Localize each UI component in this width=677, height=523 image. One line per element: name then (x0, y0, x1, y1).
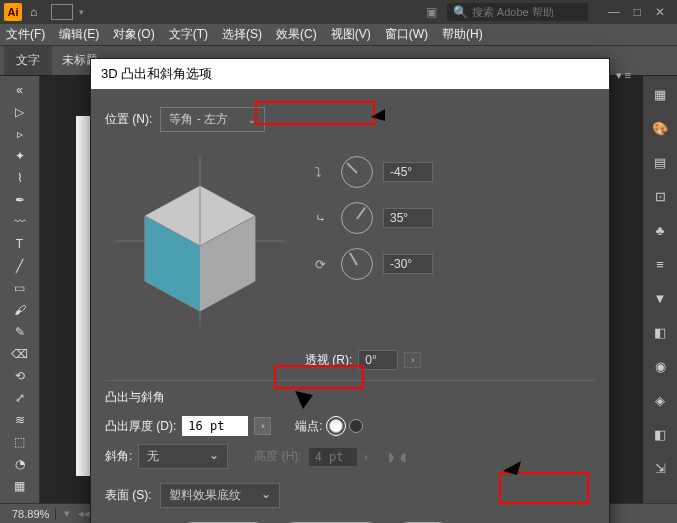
width-tool[interactable]: ≋ (15, 413, 25, 427)
rotate-y-dial[interactable] (341, 202, 373, 234)
appearance-panel-icon[interactable]: ◉ (652, 358, 668, 374)
bevel-extent-out-icon: ◖ (400, 450, 406, 464)
eraser-tool[interactable]: ⌫ (11, 347, 28, 361)
selection-tool[interactable]: ▷ (15, 105, 24, 119)
symbols-panel-icon[interactable]: ♣ (652, 222, 668, 238)
menu-help[interactable]: 帮助(H) (442, 26, 483, 43)
rotate-y-value[interactable]: 35° (383, 208, 433, 228)
direct-selection-tool[interactable]: ▹ (17, 127, 23, 141)
swatches-panel-icon[interactable]: ▤ (652, 154, 668, 170)
menu-type[interactable]: 文字(T) (169, 26, 208, 43)
collapse-icon[interactable]: « (16, 83, 23, 97)
close-button[interactable]: ✕ (655, 5, 665, 19)
extrude-depth-input[interactable]: 16 pt (182, 416, 248, 436)
layers-panel-icon[interactable]: ◧ (652, 426, 668, 442)
cap-on-button[interactable] (329, 419, 343, 433)
rotate-x-value[interactable]: -45° (383, 162, 433, 182)
zoom-dropdown-icon[interactable]: ▾ (56, 507, 78, 520)
workspace-switcher[interactable] (51, 4, 73, 20)
rotate-tool[interactable]: ⟲ (15, 369, 25, 383)
lasso-tool[interactable]: ⌇ (17, 171, 23, 185)
right-panel: ▦ 🎨 ▤ ⊡ ♣ ≡ ▼ ◧ ◉ ◈ ◧ ⇲ (642, 76, 677, 503)
rotation-cube-preview[interactable] (105, 146, 295, 336)
bevel-height-stepper: › (364, 450, 368, 464)
rotate-x-dial[interactable] (341, 156, 373, 188)
extrude-depth-label: 凸出厚度 (D): (105, 418, 176, 435)
search-icon: 🔍 (453, 5, 468, 19)
position-label: 位置 (N): (105, 111, 152, 128)
rotate-x-axis-icon: ⤵ (315, 165, 331, 180)
bevel-height-input: 4 pt (308, 447, 358, 467)
bevel-label: 斜角: (105, 448, 132, 465)
chevron-down-icon[interactable]: ▾ (79, 7, 84, 17)
shape-builder-tool[interactable]: ◔ (15, 457, 25, 471)
scale-tool[interactable]: ⤢ (15, 391, 25, 405)
extrude-section-header: 凸出与斜角 (105, 390, 165, 404)
surface-dropdown[interactable]: 塑料效果底纹 ⌄ (160, 483, 280, 508)
search-input[interactable] (472, 6, 582, 18)
menu-edit[interactable]: 编辑(E) (59, 26, 99, 43)
bevel-extent-in-icon: ◗ (388, 450, 394, 464)
chevron-down-icon: ⌄ (248, 115, 256, 125)
home-icon[interactable]: ⌂ (30, 5, 37, 19)
menu-window[interactable]: 窗口(W) (385, 26, 428, 43)
rotate-z-dial[interactable] (341, 248, 373, 280)
dialog-title: 3D 凸出和斜角选项 (91, 59, 609, 89)
pen-tool[interactable]: ✒ (15, 193, 25, 207)
surface-value: 塑料效果底纹 (169, 487, 241, 504)
menu-bar: 文件(F) 编辑(E) 对象(O) 文字(T) 选择(S) 效果(C) 视图(V… (0, 24, 677, 46)
color-panel-icon[interactable]: 🎨 (652, 120, 668, 136)
menu-select[interactable]: 选择(S) (222, 26, 262, 43)
rotate-z-axis-icon: ⟳ (315, 257, 331, 272)
properties-panel-icon[interactable]: ▦ (652, 86, 668, 102)
graphic-styles-panel-icon[interactable]: ◈ (652, 392, 668, 408)
search-field[interactable]: 🔍 (447, 3, 588, 21)
chevron-down-icon: ⌄ (261, 487, 271, 504)
curvature-tool[interactable]: 〰 (14, 215, 26, 229)
bevel-value: 无 (147, 448, 159, 465)
maximize-button[interactable]: □ (634, 5, 641, 19)
cap-off-button[interactable] (349, 419, 363, 433)
paintbrush-tool[interactable]: 🖌 (14, 303, 26, 317)
cap-label: 端点: (295, 418, 322, 435)
surface-label: 表面 (S): (105, 487, 152, 504)
brushes-panel-icon[interactable]: ⊡ (652, 188, 668, 204)
line-tool[interactable]: ╱ (16, 259, 23, 273)
shaper-tool[interactable]: ✎ (15, 325, 25, 339)
rectangle-tool[interactable]: ▭ (14, 281, 25, 295)
magic-wand-tool[interactable]: ✦ (15, 149, 25, 163)
menu-view[interactable]: 视图(V) (331, 26, 371, 43)
extrude-depth-stepper[interactable]: › (254, 417, 271, 435)
free-transform-tool[interactable]: ⬚ (14, 435, 25, 449)
menu-file[interactable]: 文件(F) (6, 26, 45, 43)
bevel-dropdown[interactable]: 无 ⌄ (138, 444, 228, 469)
perspective-value[interactable]: 0° (358, 350, 398, 370)
menu-effect[interactable]: 效果(C) (276, 26, 317, 43)
perspective-stepper[interactable]: › (404, 352, 421, 368)
sync-icon[interactable]: ▣ (426, 5, 437, 19)
perspective-grid-tool[interactable]: ▦ (14, 479, 25, 493)
title-bar: Ai ⌂ ▾ ▣ 🔍 — □ ✕ (0, 0, 677, 24)
transparency-panel-icon[interactable]: ◧ (652, 324, 668, 340)
rotate-z-value[interactable]: -30° (383, 254, 433, 274)
panel-tab-text[interactable]: 文字 (4, 46, 52, 75)
app-logo: Ai (4, 3, 22, 21)
bevel-height-label: 高度 (H): (254, 448, 301, 465)
extrude-bevel-dialog: 3D 凸出和斜角选项 ▾ ≡ 位置 (N): 等角 - 左方 ⌄ (90, 58, 610, 523)
stroke-panel-icon[interactable]: ≡ (652, 256, 668, 272)
position-value: 等角 - 左方 (169, 111, 228, 128)
asset-export-panel-icon[interactable]: ⇲ (652, 460, 668, 476)
rotate-y-axis-icon: ⤷ (315, 211, 331, 226)
panel-menu-icon[interactable]: ▾ ≡ (616, 69, 631, 82)
position-dropdown[interactable]: 等角 - 左方 ⌄ (160, 107, 265, 132)
minimize-button[interactable]: — (608, 5, 620, 19)
gradient-panel-icon[interactable]: ▼ (652, 290, 668, 306)
tools-panel: « ▷ ▹ ✦ ⌇ ✒ 〰 T ╱ ▭ 🖌 ✎ ⌫ ⟲ ⤢ ≋ ⬚ ◔ ▦ (0, 76, 40, 503)
zoom-level[interactable]: 78.89% (6, 508, 56, 520)
menu-object[interactable]: 对象(O) (113, 26, 154, 43)
type-tool[interactable]: T (16, 237, 23, 251)
chevron-down-icon: ⌄ (209, 448, 219, 465)
perspective-label: 透视 (R): (305, 352, 352, 369)
